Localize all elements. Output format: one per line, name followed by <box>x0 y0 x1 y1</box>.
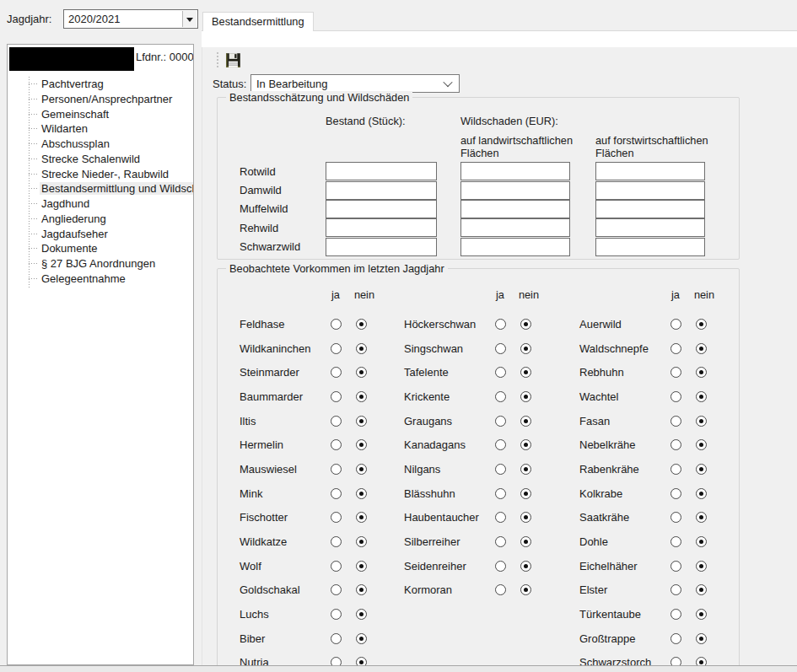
radio-ja[interactable] <box>495 488 506 499</box>
radio-ja[interactable] <box>670 391 681 402</box>
radio-nein[interactable] <box>356 367 367 378</box>
status-combobox[interactable]: In Bearbeitung <box>250 74 460 93</box>
radio-ja[interactable] <box>670 512 681 523</box>
radio-nein[interactable] <box>356 439 367 450</box>
wildschaden-landwirtschaft-input[interactable] <box>460 162 570 180</box>
radio-nein[interactable] <box>696 633 707 644</box>
radio-nein[interactable] <box>696 367 707 378</box>
jagdjahr-combobox[interactable]: 2020/2021 <box>63 9 198 29</box>
radio-ja[interactable] <box>331 633 342 644</box>
radio-ja[interactable] <box>331 343 342 354</box>
radio-nein[interactable] <box>356 319 367 330</box>
tree-item[interactable]: Angliederung <box>8 211 193 226</box>
radio-ja[interactable] <box>670 536 681 547</box>
wildschaden-landwirtschaft-input[interactable] <box>460 181 570 200</box>
radio-ja[interactable] <box>670 439 681 450</box>
radio-nein[interactable] <box>356 343 367 354</box>
tree-item[interactable]: Abschussplan <box>8 136 193 151</box>
radio-ja[interactable] <box>495 464 506 475</box>
radio-nein[interactable] <box>696 561 707 572</box>
bestand-stueck-input[interactable] <box>326 181 437 200</box>
radio-ja[interactable] <box>331 391 342 402</box>
radio-ja[interactable] <box>331 512 342 523</box>
radio-ja[interactable] <box>670 464 681 475</box>
wildschaden-forstwirtschaft-input[interactable] <box>595 181 705 200</box>
radio-nein[interactable] <box>696 319 707 330</box>
radio-nein[interactable] <box>520 536 531 547</box>
toolbar-grip[interactable] <box>217 52 218 67</box>
radio-nein[interactable] <box>356 488 367 499</box>
radio-ja[interactable] <box>670 319 681 330</box>
radio-nein[interactable] <box>520 561 531 572</box>
tree-item[interactable]: § 27 BJG Anordnungen <box>8 255 193 271</box>
radio-ja[interactable] <box>495 367 506 378</box>
radio-ja[interactable] <box>495 343 506 354</box>
radio-ja[interactable] <box>495 319 506 330</box>
radio-ja[interactable] <box>331 464 342 475</box>
tree-item[interactable]: Jagdaufseher <box>8 226 193 241</box>
radio-nein[interactable] <box>696 439 707 450</box>
radio-ja[interactable] <box>331 609 342 620</box>
tree-item[interactable]: Personen/Ansprechpartner <box>8 91 193 106</box>
radio-ja[interactable] <box>670 609 681 620</box>
tree-item[interactable]: Gelegeentnahme <box>8 271 193 286</box>
radio-nein[interactable] <box>520 488 531 499</box>
radio-ja[interactable] <box>495 391 506 402</box>
tab-bestandsermittlung[interactable]: Bestandsermittlung <box>202 12 314 31</box>
radio-ja[interactable] <box>670 343 681 354</box>
radio-nein[interactable] <box>356 536 367 547</box>
radio-nein[interactable] <box>696 464 707 475</box>
radio-ja[interactable] <box>331 439 342 450</box>
radio-ja[interactable] <box>495 512 506 523</box>
radio-nein[interactable] <box>356 391 367 402</box>
radio-nein[interactable] <box>520 439 531 450</box>
save-button[interactable] <box>223 50 243 70</box>
bestand-stueck-input[interactable] <box>326 200 437 218</box>
horizontal-scrollbar[interactable] <box>0 665 797 672</box>
tree-item[interactable]: Wildarten <box>8 121 193 136</box>
radio-ja[interactable] <box>670 633 681 644</box>
radio-nein[interactable] <box>356 512 367 523</box>
wildschaden-landwirtschaft-input[interactable] <box>460 218 570 237</box>
radio-nein[interactable] <box>696 536 707 547</box>
tree-item[interactable]: Strecke Schalenwild <box>8 151 193 166</box>
radio-nein[interactable] <box>520 319 531 330</box>
radio-ja[interactable] <box>495 439 506 450</box>
radio-nein[interactable] <box>520 584 531 595</box>
wildschaden-landwirtschaft-input[interactable] <box>460 238 570 256</box>
radio-ja[interactable] <box>670 488 681 499</box>
radio-nein[interactable] <box>520 512 531 523</box>
radio-nein[interactable] <box>696 488 707 499</box>
radio-ja[interactable] <box>331 584 342 595</box>
radio-ja[interactable] <box>495 536 506 547</box>
dropdown-arrow-icon[interactable] <box>182 11 197 27</box>
wildschaden-landwirtschaft-input[interactable] <box>460 200 570 218</box>
radio-nein[interactable] <box>520 391 531 402</box>
radio-nein[interactable] <box>520 416 531 427</box>
wildschaden-forstwirtschaft-input[interactable] <box>595 200 705 218</box>
radio-ja[interactable] <box>331 367 342 378</box>
radio-nein[interactable] <box>356 633 367 644</box>
radio-nein[interactable] <box>356 464 367 475</box>
bestand-stueck-input[interactable] <box>326 218 437 237</box>
wildschaden-forstwirtschaft-input[interactable] <box>595 162 705 180</box>
radio-nein[interactable] <box>696 512 707 523</box>
radio-ja[interactable] <box>331 319 342 330</box>
radio-ja[interactable] <box>670 367 681 378</box>
radio-nein[interactable] <box>520 464 531 475</box>
radio-ja[interactable] <box>495 584 506 595</box>
tree-item[interactable]: Pachtvertrag <box>8 76 193 91</box>
radio-ja[interactable] <box>670 416 681 427</box>
radio-ja[interactable] <box>331 561 342 572</box>
radio-ja[interactable] <box>331 536 342 547</box>
radio-nein[interactable] <box>696 584 707 595</box>
tree-item[interactable]: Jagdhund <box>8 196 193 211</box>
wildschaden-forstwirtschaft-input[interactable] <box>595 218 705 237</box>
radio-ja[interactable] <box>495 561 506 572</box>
radio-ja[interactable] <box>331 416 342 427</box>
radio-nein[interactable] <box>696 416 707 427</box>
radio-nein[interactable] <box>520 343 531 354</box>
bestand-stueck-input[interactable] <box>326 238 437 256</box>
radio-nein[interactable] <box>356 561 367 572</box>
tree-item[interactable]: Bestandsermittlung und Wildschaden <box>8 180 193 196</box>
